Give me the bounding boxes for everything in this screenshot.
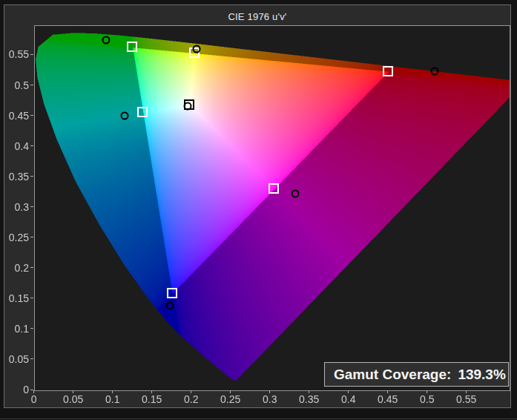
y-tick-label: 0.5 bbox=[0, 79, 29, 91]
x-tick-label: 0.4 bbox=[341, 393, 355, 405]
x-tick-label: 0.35 bbox=[299, 393, 319, 405]
y-axis-tick bbox=[30, 328, 33, 329]
x-tick-label: 0 bbox=[31, 393, 37, 405]
chromaticity-canvas bbox=[35, 26, 510, 390]
y-tick-label: 0.55 bbox=[0, 48, 29, 60]
y-axis-tick bbox=[30, 145, 33, 146]
x-tick-label: 0.3 bbox=[263, 393, 277, 405]
y-axis-tick bbox=[30, 267, 33, 268]
y-tick-label: 0 bbox=[0, 384, 29, 396]
y-axis-tick bbox=[30, 298, 33, 298]
chart-title: CIE 1976 u'v' bbox=[4, 11, 510, 22]
y-tick-label: 0.15 bbox=[0, 292, 29, 304]
plot-area bbox=[34, 25, 510, 391]
y-axis-tick bbox=[30, 115, 33, 116]
y-axis-tick bbox=[30, 206, 33, 207]
x-tick-label: 0.55 bbox=[456, 393, 476, 405]
x-tick-label: 0.15 bbox=[142, 393, 162, 405]
x-tick-label: 0.05 bbox=[63, 393, 83, 405]
y-axis-tick bbox=[30, 85, 33, 85]
y-tick-label: 0.45 bbox=[0, 110, 29, 122]
y-tick-label: 0.3 bbox=[0, 201, 29, 213]
window-bottom-edge bbox=[0, 419, 517, 419]
y-tick-label: 0.25 bbox=[0, 232, 29, 243]
gamut-coverage-box: Gamut Coverage: 139.3% bbox=[324, 362, 509, 387]
x-tick-label: 0.2 bbox=[184, 393, 198, 405]
y-tick-label: 0.4 bbox=[0, 140, 29, 152]
y-tick-label: 0.2 bbox=[0, 262, 29, 274]
y-tick-label: 0.05 bbox=[0, 353, 29, 365]
x-tick-label: 0.45 bbox=[378, 393, 398, 405]
y-axis-tick bbox=[30, 176, 33, 177]
y-axis-tick bbox=[30, 237, 33, 237]
y-tick-label: 0.1 bbox=[0, 323, 29, 335]
chart-panel: CIE 1976 u'v' bbox=[4, 4, 511, 408]
gamut-coverage-label: Gamut Coverage: bbox=[334, 367, 451, 383]
y-tick-label: 0.35 bbox=[0, 171, 29, 183]
x-tick-label: 0.25 bbox=[220, 393, 240, 405]
gamut-coverage-value: 139.3% bbox=[458, 367, 505, 383]
y-axis-tick bbox=[30, 358, 33, 359]
y-axis-tick bbox=[30, 390, 33, 390]
y-axis-tick bbox=[30, 54, 33, 55]
x-tick-label: 0.1 bbox=[105, 393, 119, 405]
x-tick-label: 0.5 bbox=[420, 393, 434, 405]
